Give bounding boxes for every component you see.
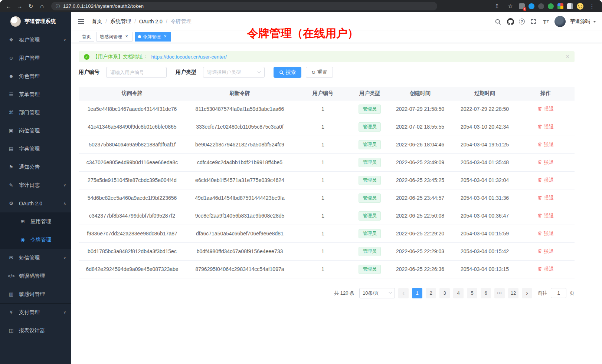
fullscreen-icon[interactable] [529,17,537,26]
reload-icon[interactable] [26,2,36,11]
force-logout-button[interactable]: 强退 [537,159,554,166]
side-panel-icon[interactable] [567,3,573,9]
breadcrumb-item[interactable]: 系统管理 / [110,18,139,25]
force-logout-button[interactable]: 强退 [537,230,554,237]
sidebar-item[interactable]: ☰ 菜单管理 [0,85,71,103]
reset-button[interactable]: 重置 [306,67,333,78]
search-button[interactable]: 搜索 [274,67,301,78]
home-icon[interactable] [37,2,47,11]
help-icon[interactable] [519,19,525,24]
next-page-button[interactable] [522,288,532,298]
user-type-badge: 管理员 [359,140,381,149]
sidebar-item[interactable]: ✉ 短信管理 [0,249,71,267]
created-time: 2022-07-29 21:58:50 [396,106,444,112]
table-row: c342377bf8b344799dcbf7bf095287f2 9ce8ef2… [79,207,575,225]
breadcrumb-item[interactable]: 首页 / [92,18,110,25]
goto-page-input[interactable] [551,288,566,298]
browser-menu-icon[interactable] [587,2,597,11]
page-button[interactable]: 5 [467,288,477,298]
page-button[interactable]: 3 [439,288,450,298]
force-logout-button[interactable]: 强退 [537,266,554,272]
sidebar-item[interactable]: ☻ 角色管理 [0,67,71,85]
sidebar-item[interactable]: ⚙ OAuth 2.0 [0,194,71,212]
user-type-select[interactable]: 请选择用户类型 [203,67,265,78]
doc-banner: 【用户体系】文档地址： https://doc.iocoder.cn/user-… [79,51,575,62]
extension-blue-icon[interactable] [529,3,534,9]
extensions-puzzle-icon[interactable] [557,3,563,9]
table-row: 275e5de9151045fe87cbdc395e004f4d e6cfd40… [79,171,575,189]
expire-time: 2054-03-04 19:51:25 [461,142,509,148]
extension-green-icon[interactable] [548,3,554,9]
table-row: 502375b8040a469a9b82188afdf6af1f be90422… [79,136,575,153]
force-logout-button[interactable]: 强退 [537,177,554,183]
tab[interactable]: 首页 [79,32,94,42]
close-icon[interactable] [124,34,129,39]
page-button[interactable]: ••• [494,288,505,298]
sidebar-item[interactable]: ¥ 支付管理 [0,303,71,321]
token-table: 访问令牌刷新令牌用户编号用户类型创建时间过期时间操作 1ea5e44f8bc14… [79,87,575,278]
force-logout-button[interactable]: 强退 [537,195,554,201]
page-content: 【用户体系】文档地址： https://doc.iocoder.cn/user-… [71,43,602,364]
page-button[interactable]: 2 [426,288,436,298]
page-button[interactable]: 12 [508,288,518,298]
github-icon[interactable] [506,17,514,26]
token-icon: ◉ [19,237,26,242]
page-button[interactable]: 1 [412,288,422,298]
refresh-token: dfa6c71a50a54c66bef706ef9e6e8d81 [196,231,284,236]
username[interactable]: 芋道源码 [570,18,590,25]
sidebar-item[interactable]: ✎ 审计日志 [0,176,71,194]
banner-close-icon[interactable] [566,53,569,60]
created-time: 2022-06-25 22:50:08 [396,213,444,219]
force-logout-button[interactable]: 强退 [537,212,554,219]
sidebar-item[interactable]: </> 错误码管理 [0,267,71,285]
page-button[interactable]: 6 [481,288,491,298]
close-icon[interactable] [163,34,168,39]
tab-label: 令牌管理 [143,34,161,40]
forward-icon[interactable] [15,2,24,11]
user-id: 1 [321,142,324,148]
force-logout-button[interactable]: 强退 [537,248,554,255]
extension-grid-icon[interactable]: 1 [519,3,525,9]
back-icon[interactable] [4,2,13,11]
sidebar-item[interactable]: ▤ 字典管理 [0,140,71,158]
user-id: 1 [321,159,324,165]
sidebar-item[interactable]: ◫ 报表设计器 [0,321,71,340]
sidebar-item[interactable]: ⚑ 通知公告 [0,158,71,176]
sidebar-item[interactable]: ❖ 租户管理 [0,31,71,49]
menu-list-icon: ☰ [8,92,14,97]
expire-time: 2054-03-04 00:13:15 [461,266,509,272]
page-size-select[interactable]: 10条/页 [359,288,395,298]
hamburger-icon[interactable] [78,21,84,22]
doc-link[interactable]: https://doc.iocoder.cn/user-center/ [151,54,227,60]
user-avatar[interactable] [554,16,566,27]
page-button[interactable]: 4 [453,288,464,298]
share-icon[interactable] [492,2,502,11]
search-icon[interactable] [494,17,502,26]
refresh-token: 333ecfc71e02480cb11055c875c3ca0f [196,124,284,130]
extension-dark-icon[interactable] [538,3,544,9]
force-logout-button[interactable]: 强退 [537,141,554,148]
browser-profile-avatar[interactable] [577,3,583,10]
font-size-icon[interactable] [542,17,550,26]
breadcrumb-item[interactable]: 令牌管理 [171,18,198,25]
force-logout-button[interactable]: 强退 [537,123,554,130]
user-id: 1 [321,213,324,219]
sidebar-item-label: 字典管理 [19,146,66,152]
sidebar-item[interactable]: ☺ 用户管理 [0,49,71,67]
breadcrumb-item[interactable]: OAuth 2.0 / [139,19,171,24]
caret-down-icon[interactable] [593,21,596,23]
sidebar-item[interactable]: ▥ 敏感词管理 [0,285,71,303]
force-logout-button[interactable]: 强退 [537,106,554,112]
sidebar-item[interactable]: ▣ 岗位管理 [0,122,71,140]
bookmark-star-icon[interactable] [506,2,515,11]
tab[interactable]: 令牌管理 [135,32,171,42]
tab[interactable]: 敏感词管理 [96,32,132,42]
sidebar-item[interactable]: ◉ 令牌管理 [0,231,71,249]
sidebar-item[interactable]: ⌘ 部门管理 [0,103,71,122]
sidebar-item-label: 通知公告 [19,164,66,171]
url-bar[interactable]: 127.0.0.1:1024/system/oauth2/token [51,2,437,10]
sidebar-item-label: 菜单管理 [19,91,66,98]
sidebar-item[interactable]: ⊞ 应用管理 [0,212,71,231]
prev-page-button[interactable] [398,288,409,298]
user-id-input[interactable] [106,67,167,78]
